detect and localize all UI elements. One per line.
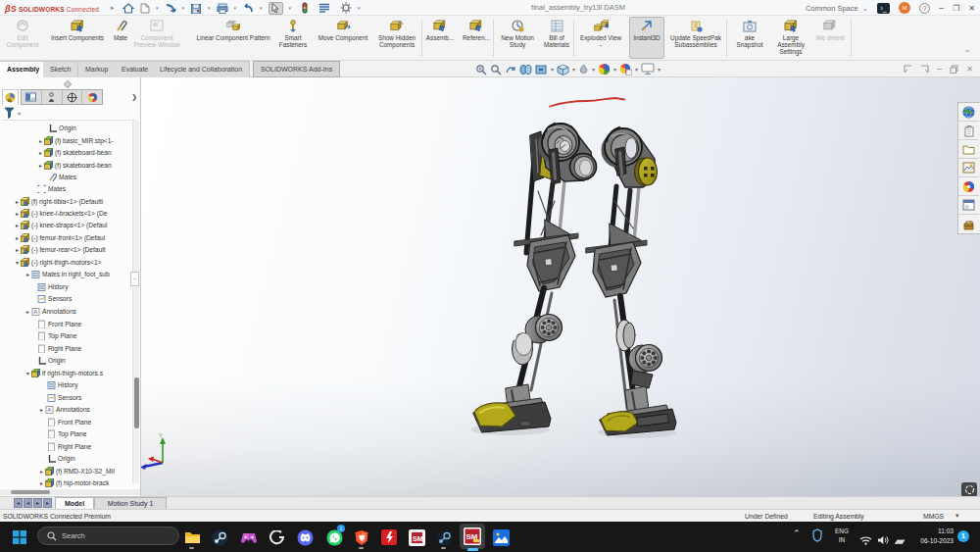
svg-text:SM: SM — [413, 534, 423, 541]
svg-text:Y: Y — [159, 432, 163, 438]
